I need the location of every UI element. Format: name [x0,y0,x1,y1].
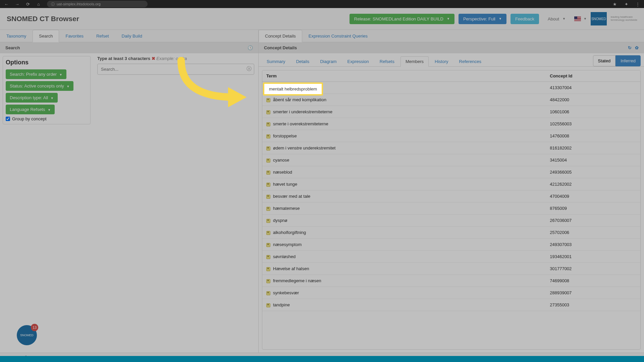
option-status-active-concepts-only[interactable]: Status: Active concepts only ▼ [6,81,73,91]
about-dropdown[interactable]: About▼ [543,14,570,24]
left-tab-search[interactable]: Search [33,30,59,42]
settings-icon[interactable]: ✿ [635,45,639,50]
left-tab-daily-build[interactable]: Daily Build [115,30,149,42]
concept-id-cell: 74699008 [546,275,640,287]
options-panel: Options Search: Prefix any order ▼Status… [3,56,91,124]
status-icon [266,110,270,114]
language-flag-dropdown[interactable]: ▼ [574,16,587,21]
left-pane: TaxonomySearchFavoritesRefsetDaily Build… [0,30,259,353]
detail-tab-refsets[interactable]: Refsets [375,57,399,66]
options-title: Options [6,59,88,66]
right-tab-concept-details[interactable]: Concept Details [259,30,302,42]
concept-id-cell: 25702006 [546,227,640,239]
option-language-refsets[interactable]: Language Refsets ▼ [6,105,55,114]
table-row[interactable]: smerter i underekstremiteterne10601006 [262,106,640,118]
table-row[interactable]: hævet tunge421262002 [262,178,640,190]
table-row[interactable]: forstoppelse14760008 [262,130,640,142]
table-row[interactable]: smerte i overekstremiteterne102556003 [262,118,640,130]
menu-icon[interactable]: ⋮ [635,1,641,7]
table-row[interactable]: dyspnø267036007 [262,215,640,227]
right-tab-expression-constraint-queries[interactable]: Expression Constraint Queries [302,30,374,42]
concept-id-cell: 48422000 [546,94,640,106]
group-by-concept-checkbox[interactable]: Group by concept [6,116,88,121]
concept-id-cell: 27355003 [546,299,640,311]
stated-toggle[interactable]: Stated [593,55,616,66]
browser-chrome: ← → ⟳ ⌂ ⓘ uat-simplex.ihtsdotools.org ★ … [0,0,644,8]
concept-id-cell: 10601006 [546,106,640,118]
clear-hint-icon[interactable]: ✖ [152,56,155,61]
snomed-logo: SNOMED [591,12,607,25]
detail-tab-diagram[interactable]: Diagram [315,57,341,66]
table-row[interactable]: mentalt helbredsproblemmentalt helbredsp… [262,82,640,94]
bookmark-icon[interactable]: ★ [612,1,618,7]
reload-icon[interactable]: ⟳ [25,1,31,7]
home-icon[interactable]: ⌂ [36,1,42,7]
col-term: Term [262,70,546,82]
detail-tab-details[interactable]: Details [291,57,314,66]
table-row[interactable]: ødem i venstre underekstremitet816182002 [262,142,640,154]
detail-tab-history[interactable]: History [430,57,453,66]
feedback-button[interactable]: Feedback [511,14,539,24]
clear-search-icon[interactable]: ⓧ [247,66,252,72]
status-icon [266,134,270,138]
url-bar[interactable]: ⓘ uat-simplex.ihtsdotools.org [47,1,148,7]
refresh-icon[interactable]: ↻ [628,45,632,50]
chat-notification-count: 13 [31,324,38,331]
search-subheader-label: Search [5,45,20,50]
detail-tab-summary[interactable]: Summary [262,57,290,66]
status-icon [266,146,270,150]
detail-tab-expression[interactable]: Expression [343,57,374,66]
detail-tab-references[interactable]: References [454,57,486,66]
concept-id-cell: 193462001 [546,251,640,263]
col-concept-id: Concept Id [546,70,640,82]
release-dropdown[interactable]: Release: SNOMEDLand Edition DAILY BUILD▼ [350,14,454,24]
back-icon[interactable]: ← [3,1,9,7]
concept-id-cell: 249307003 [546,239,640,251]
search-hint: Type at least 3 characters ✖ Example: ou… [97,56,254,61]
status-icon [266,279,270,283]
table-row[interactable]: fremmedlegeme i næsen74699008 [262,275,640,287]
table-row[interactable]: cyanose3415004 [262,154,640,166]
concept-id-cell: 3415004 [546,154,640,166]
members-table: Term Concept Id mentalt helbredsproblemm… [262,70,640,311]
status-icon [266,183,270,187]
left-tab-refset[interactable]: Refset [90,30,115,42]
table-row[interactable]: næseblod249366005 [262,166,640,178]
table-row[interactable]: besvær med at tale47004009 [262,190,640,202]
table-row[interactable]: hæmatemese8765009 [262,202,640,215]
url-text: uat-simplex.ihtsdotools.org [57,2,101,6]
status-icon [266,243,270,247]
left-tab-taxonomy[interactable]: Taxonomy [0,30,33,42]
concept-id-cell: 14760008 [546,130,640,142]
status-icon [266,303,270,307]
group-by-concept-input[interactable] [6,117,10,121]
forward-icon[interactable]: → [14,1,20,7]
status-icon [266,267,270,271]
table-row[interactable]: søvnløshed193462001 [262,251,640,263]
table-row[interactable]: tandpine27355003 [262,299,640,311]
option-search-prefix-any-order[interactable]: Search: Prefix any order ▼ [6,69,66,79]
right-tabs: Concept DetailsExpression Constraint Que… [259,30,644,42]
table-row[interactable]: Hævelse af halsen301777002 [262,263,640,275]
table-row[interactable]: synkebesvær288939007 [262,287,640,299]
history-icon[interactable]: 🕓 [248,45,253,50]
topbar: SNOMED CT Browser Release: SNOMEDLand Ed… [0,8,644,30]
option-description-type-all[interactable]: Description type: All ▼ [6,93,58,103]
status-icon [266,207,270,211]
status-icon [266,291,270,295]
chat-widget[interactable]: SNOMED 13 [17,325,37,345]
brand-title: SNOMED CT Browser [7,15,79,23]
table-row[interactable]: næsesymptom249307003 [262,239,640,251]
site-info-icon: ⓘ [51,2,55,7]
left-tab-favorites[interactable]: Favorites [59,30,90,42]
concept-id-cell: 288939007 [546,287,640,299]
concept-details-subheader: Concept Details ↻ ✿ [259,42,644,53]
perspective-dropdown[interactable]: Perspective: Full▼ [459,14,506,24]
table-row[interactable]: alkoholforgiftning25702006 [262,227,640,239]
inferred-toggle[interactable]: Inferred [615,55,641,66]
search-input[interactable] [97,64,254,75]
concept-id-cell: 8765009 [546,202,640,215]
concept-id-cell: 301777002 [546,263,640,275]
extensions-icon[interactable]: ✦ [623,1,629,7]
detail-tab-members[interactable]: Members [400,56,429,67]
